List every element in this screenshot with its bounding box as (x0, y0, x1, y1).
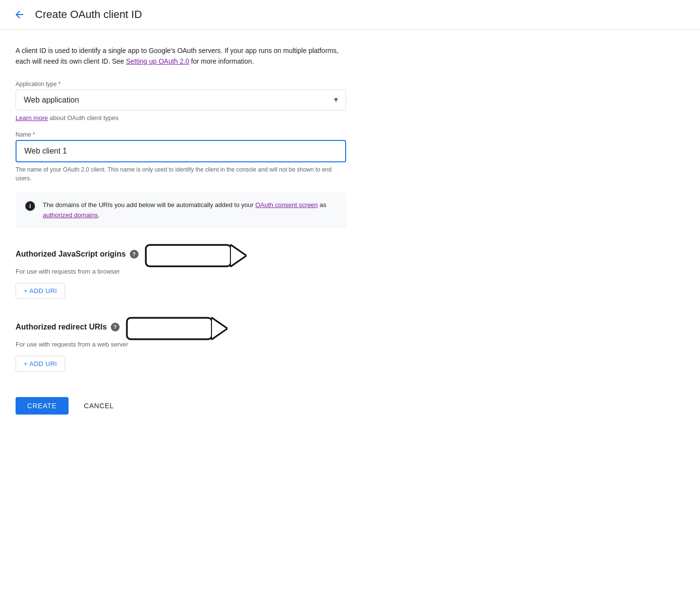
redirect-uris-title-row: Authorized redirect URIs ? (16, 323, 120, 331)
page-title: Create OAuth client ID (35, 8, 142, 21)
js-origins-title-row: Authorized JavaScript origins ? (16, 250, 139, 259)
description-text: A client ID is used to identify a single… (16, 45, 354, 67)
js-origins-subtitle: For use with requests from a browser (16, 268, 354, 275)
info-box: i The domains of the URIs you add below … (16, 192, 346, 228)
redirect-uris-section: Authorized redirect URIs ? For use with … (16, 316, 354, 372)
redirect-uris-title: Authorized redirect URIs (16, 323, 107, 331)
name-hint: The name of your OAuth 2.0 client. This … (16, 165, 346, 183)
svg-rect-3 (127, 318, 212, 339)
back-button[interactable] (12, 7, 27, 22)
redirect-uris-arrow-annotation (125, 316, 228, 341)
main-content: A client ID is used to identify a single… (0, 30, 369, 430)
js-origins-help-icon[interactable]: ? (130, 250, 139, 259)
js-origins-header: Authorized JavaScript origins ? (16, 243, 354, 268)
js-origins-add-uri-button[interactable]: + ADD URI (16, 283, 65, 299)
top-bar: Create OAuth client ID (0, 0, 700, 30)
js-origins-add-uri-label: + ADD URI (24, 287, 57, 295)
js-origins-arrow-annotation (144, 243, 246, 268)
name-group: Name * The name of your OAuth 2.0 client… (16, 131, 354, 183)
app-type-select[interactable]: Web application Android Chrome app iOS T… (16, 89, 346, 110)
info-box-text: The domains of the URIs you add below wi… (43, 200, 336, 221)
name-label: Name * (16, 131, 354, 138)
js-origins-section: Authorized JavaScript origins ? For use … (16, 243, 354, 299)
redirect-uris-add-uri-button[interactable]: + ADD URI (16, 356, 65, 372)
create-label: CREATE (27, 402, 57, 410)
back-arrow-icon (14, 9, 25, 20)
redirect-uris-subtitle: For use with requests from a web server (16, 341, 354, 348)
name-input[interactable] (16, 140, 346, 162)
app-type-label: Application type * (16, 81, 354, 87)
learn-more-text: Learn more about OAuth client types (16, 114, 354, 121)
app-type-select-wrapper: Web application Android Chrome app iOS T… (16, 89, 346, 110)
redirect-uris-help-icon[interactable]: ? (111, 323, 120, 331)
cancel-label: CANCEL (84, 402, 114, 410)
authorized-domains-link[interactable]: authorized domains (43, 211, 98, 219)
app-type-group: Application type * Web application Andro… (16, 81, 354, 121)
redirect-uris-header: Authorized redirect URIs ? (16, 316, 354, 341)
svg-rect-0 (146, 245, 231, 266)
create-button[interactable]: CREATE (16, 397, 69, 415)
learn-more-link[interactable]: Learn more (16, 114, 48, 121)
bottom-actions: CREATE CANCEL (16, 389, 354, 415)
js-origins-title: Authorized JavaScript origins (16, 250, 126, 259)
oauth-setup-link[interactable]: Setting up OAuth 2.0 (126, 57, 189, 65)
redirect-uris-add-uri-label: + ADD URI (24, 360, 57, 367)
cancel-button[interactable]: CANCEL (76, 397, 122, 415)
info-icon: i (25, 201, 35, 211)
consent-screen-link[interactable]: OAuth consent screen (255, 201, 318, 208)
